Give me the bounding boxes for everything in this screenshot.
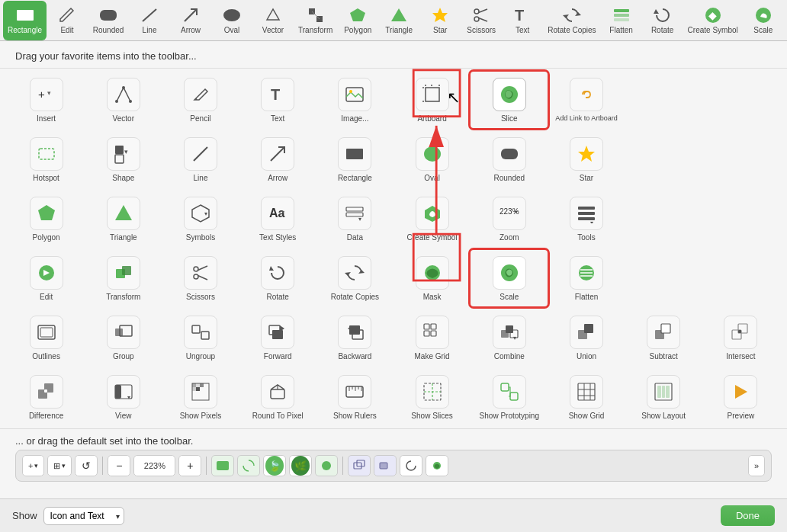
tool-cell-view[interactable]: ▾ View [85, 369, 162, 425]
mini-layers-button[interactable]: ⊞ ▾ [47, 455, 72, 476]
tool-cell-subtract[interactable]: Subtract [625, 309, 702, 366]
tool-cell-transform[interactable]: Transform [85, 250, 162, 306]
triangle-icon [390, 6, 408, 24]
mini-green-leaf[interactable]: 🌿 [289, 455, 312, 476]
toolbar-item-oval[interactable]: Oval [211, 1, 252, 40]
toolbar-item-star[interactable]: Star [419, 1, 461, 40]
mini-refresh-button[interactable]: ↺ [75, 455, 98, 476]
tool-cell-data[interactable]: ▾ Data [316, 191, 394, 247]
tool-cell-mask[interactable]: Mask [394, 250, 471, 306]
tool-cell-shape[interactable]: ▾ Shape [85, 131, 162, 187]
show-select[interactable]: Icon and Text Icon Only Text Only [43, 507, 124, 525]
tool-cell-text-styles[interactable]: Aa▾ Text Styles [239, 191, 316, 247]
toolbar-item-scale[interactable]: Scale [743, 1, 784, 40]
tool-cell-line[interactable]: Line [162, 131, 239, 187]
tool-cell-polygon[interactable]: Polygon [8, 191, 85, 247]
mini-item-b[interactable] [374, 455, 397, 476]
tool-cell-symbols[interactable]: ▾ Symbols [162, 191, 239, 247]
tool-cell-image[interactable]: Image... [316, 72, 394, 128]
tool-grid-row2: Hotspot ▾ Shape Line [8, 131, 779, 187]
tool-cell-forward[interactable]: Forward [239, 309, 316, 366]
toolbar-item-rotate[interactable]: Rotate [642, 1, 683, 40]
mini-zoom-display[interactable]: 223% [133, 455, 175, 476]
tool-cell-round-to-pixel[interactable]: Round To Pixel [239, 369, 316, 425]
toolbar-item-edit[interactable]: Edit [47, 1, 88, 40]
tool-cell-text[interactable]: T Text [239, 72, 316, 128]
mini-plus-button[interactable]: + ▾ [22, 455, 44, 476]
tool-cell-outlines[interactable]: Outlines [8, 309, 85, 366]
toolbar-item-polygon[interactable]: Polygon [337, 1, 378, 40]
tool-cell-pencil[interactable]: Pencil [162, 72, 239, 128]
tool-cell-show-grid[interactable]: Show Grid [548, 369, 625, 425]
tool-cell-arrow[interactable]: Arrow [239, 131, 316, 187]
tool-label-show-grid: Show Grid [569, 412, 605, 421]
tool-label-outlines: Outlines [32, 352, 60, 361]
svg-marker-73 [345, 272, 351, 276]
tool-cell-combine[interactable]: ▾ Combine [471, 309, 548, 366]
toolbar-item-transform[interactable]: Transform [294, 1, 337, 40]
mini-item-a[interactable] [348, 455, 371, 476]
tool-cell-difference[interactable]: Difference [8, 369, 85, 425]
tool-cell-make-grid[interactable]: Make Grid [394, 309, 471, 366]
tool-cell-show-layout[interactable]: Show Layout [625, 369, 702, 425]
toolbar-item-triangle[interactable]: Triangle [378, 1, 419, 40]
svg-text:◆: ◆ [708, 9, 717, 21]
tool-label-flatten: Flatten [575, 293, 599, 302]
tool-cell-group[interactable]: Group [85, 309, 162, 366]
toolbar-item-text[interactable]: T Text [502, 1, 543, 40]
tool-cell-preview[interactable]: Preview [702, 369, 779, 425]
mini-green-flat[interactable] [315, 455, 338, 476]
mini-item-c[interactable] [400, 455, 422, 476]
tool-cell-scale[interactable]: Scale [471, 250, 548, 306]
tool-label-subtract: Subtract [650, 352, 678, 361]
tool-cell-rotate[interactable]: Rotate [239, 250, 316, 306]
tool-cell-tools[interactable]: ▾ Tools [548, 191, 625, 247]
svg-rect-97 [506, 325, 513, 333]
tool-cell-hotspot[interactable]: Hotspot [8, 131, 85, 187]
tool-cell-slice[interactable]: Slice [471, 72, 548, 128]
tool-cell-vector[interactable]: Vector [85, 72, 162, 128]
tool-cell-show-slices[interactable]: Show Slices [394, 369, 471, 425]
toolbar-item-scissors[interactable]: Scissors [461, 1, 502, 40]
polygon-icon [349, 6, 367, 24]
toolbar-item-vector[interactable]: Vector [252, 1, 294, 40]
drag-hint: Drag your favorite items into the toolba… [0, 41, 787, 69]
tool-cell-oval[interactable]: Oval [394, 131, 471, 187]
toolbar-item-rounded[interactable]: Rounded [88, 1, 129, 40]
tool-cell-ungroup[interactable]: Ungroup [162, 309, 239, 366]
tool-cell-show-rulers[interactable]: Show Rulers [316, 369, 394, 425]
mini-green-arrows[interactable] [237, 455, 260, 476]
tool-cell-star[interactable]: Star [548, 131, 625, 187]
tool-cell-scissors[interactable]: Scissors [162, 250, 239, 306]
tool-cell-add-link[interactable]: Add Link to Artboard [548, 72, 625, 128]
tool-cell-rectangle[interactable]: Rectangle [316, 131, 394, 187]
toolbar-item-rotate-copies[interactable]: Rotate Copies [543, 1, 600, 40]
tool-cell-create-symbol[interactable]: Create Symbol [394, 191, 471, 247]
mini-plus-small-button[interactable]: + [178, 455, 201, 476]
toolbar-item-arrow[interactable]: Arrow [170, 1, 211, 40]
toolbar-item-rectangle[interactable]: Rectangle [3, 1, 47, 40]
tool-cell-show-pixels[interactable]: Show Pixels [162, 369, 239, 425]
tool-cell-union[interactable]: Union [548, 309, 625, 366]
toolbar-item-line[interactable]: Line [129, 1, 170, 40]
tool-cell-rounded[interactable]: Rounded [471, 131, 548, 187]
tool-cell-artboard[interactable]: Artboard [394, 72, 471, 128]
tool-cell-intersect[interactable]: Intersect [702, 309, 779, 366]
done-button[interactable]: Done [721, 505, 775, 526]
tool-cell-rotate-copies[interactable]: Rotate Copies [316, 250, 394, 306]
toolbar-item-create-symbol[interactable]: ◆ Create Symbol [683, 1, 743, 40]
tool-cell-backward[interactable]: Backward [316, 309, 394, 366]
tool-cell-flatten[interactable]: Flatten [548, 250, 625, 306]
toolbar-item-flatten[interactable]: Flatten [601, 1, 642, 40]
tool-cell-triangle[interactable]: Triangle [85, 191, 162, 247]
mini-green-rect[interactable] [211, 455, 234, 476]
tool-label-make-grid: Make Grid [415, 352, 450, 361]
tool-cell-zoom[interactable]: 223%+ Zoom [471, 191, 548, 247]
mini-green-circle[interactable]: 🍃 [263, 455, 286, 476]
mini-item-d[interactable] [426, 455, 448, 476]
tool-cell-insert[interactable]: +▾ Insert [8, 72, 85, 128]
tool-cell-edit[interactable]: Edit [8, 250, 85, 306]
mini-more-button[interactable]: » [748, 455, 765, 476]
mini-minus-button[interactable]: − [108, 455, 130, 476]
tool-cell-show-proto[interactable]: Show Prototyping [471, 369, 548, 425]
